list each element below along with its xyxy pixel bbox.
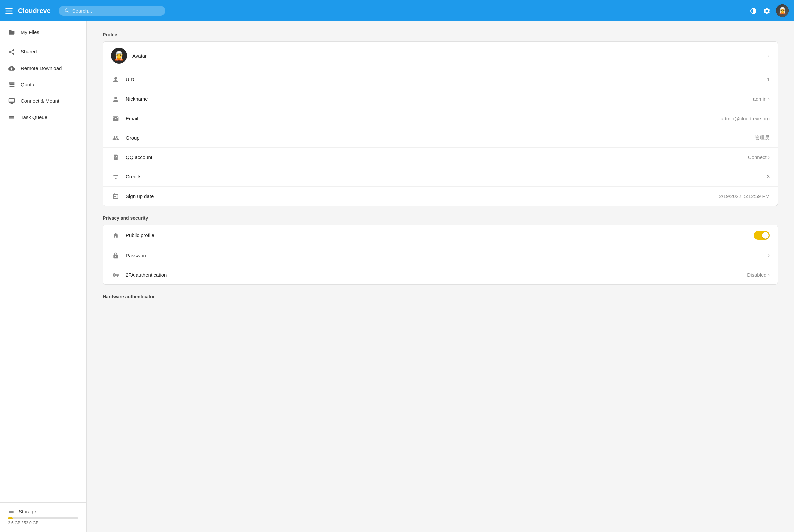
storage-icon [8, 81, 15, 88]
user-avatar[interactable]: 🧝 [776, 4, 789, 17]
public-profile-toggle[interactable] [754, 231, 770, 240]
profile-avatar-image: 🧝 [111, 48, 127, 64]
profile-section-title: Profile [103, 32, 778, 37]
sidebar-label-remote-download: Remote Download [21, 65, 62, 71]
menu-icon[interactable] [5, 6, 13, 15]
privacy-card: Public profile Password › [103, 225, 778, 285]
signup-value: 2/19/2022, 5:12:59 PM [719, 193, 770, 199]
profile-row-email: Email admin@cloudreve.org [103, 109, 778, 128]
sidebar: My Files Shared Remote Download Quot [0, 21, 87, 532]
list-icon [8, 114, 15, 121]
email-value: admin@cloudreve.org [721, 116, 770, 121]
sidebar-label-quota: Quota [21, 82, 34, 87]
settings-icon[interactable] [763, 6, 771, 15]
nickname-label: Nickname [126, 96, 748, 102]
storage-bar [8, 517, 13, 519]
svg-rect-0 [5, 8, 13, 10]
group-icon [111, 134, 120, 141]
email-icon [111, 115, 120, 122]
profile-row-signup: Sign up date 2/19/2022, 5:12:59 PM [103, 187, 778, 206]
folder-icon [8, 28, 15, 36]
sidebar-label-shared: Shared [21, 49, 37, 54]
home-icon [111, 232, 120, 239]
sidebar-storage: Storage 3.6 GB / 53.0 GB [0, 502, 86, 532]
toggle-knob [762, 232, 769, 239]
profile-row-qq[interactable]: QQ account Connect › [103, 148, 778, 167]
search-input[interactable] [72, 8, 159, 14]
key-icon [111, 271, 120, 278]
sidebar-nav: My Files Shared Remote Download Quot [0, 21, 86, 502]
sidebar-item-quota[interactable]: Quota [0, 76, 86, 93]
cloud-download-icon [8, 65, 15, 72]
desktop-icon [8, 97, 15, 104]
layout: My Files Shared Remote Download Quot [0, 21, 794, 532]
2fa-label: 2FA authentication [126, 272, 742, 278]
main-content: Profile 🧝 Avatar › UID 1 Nick [87, 21, 794, 532]
sidebar-item-shared[interactable]: Shared [0, 43, 86, 60]
privacy-row-password[interactable]: Password › [103, 246, 778, 265]
profile-row-uid: UID 1 [103, 70, 778, 89]
profile-row-credits: Credits 3 [103, 167, 778, 186]
privacy-row-2fa[interactable]: 2FA authentication Disabled › [103, 265, 778, 284]
qq-value[interactable]: Connect › [748, 154, 770, 160]
header-actions: 🧝 [749, 4, 789, 17]
nickname-chevron-icon: › [768, 96, 770, 102]
sidebar-item-my-files[interactable]: My Files [0, 24, 86, 40]
sidebar-divider-1 [0, 42, 86, 42]
qq-icon [111, 154, 120, 161]
uid-value: 1 [767, 77, 770, 82]
group-label: Group [126, 135, 749, 141]
app-logo: Cloudreve [18, 7, 51, 15]
nickname-icon [111, 95, 120, 102]
credits-icon [111, 173, 120, 180]
privacy-row-public-profile[interactable]: Public profile [103, 225, 778, 246]
storage-bottom-icon [8, 508, 15, 515]
calendar-icon [111, 193, 120, 200]
credits-label: Credits [126, 174, 762, 179]
share-icon [8, 48, 15, 55]
profile-row-group: Group 管理员 [103, 128, 778, 148]
group-value: 管理员 [755, 135, 770, 141]
sidebar-item-remote-download[interactable]: Remote Download [0, 60, 86, 76]
storage-text: 3.6 GB / 53.0 GB [8, 521, 78, 525]
public-profile-label: Public profile [126, 232, 748, 238]
sidebar-label-my-files: My Files [21, 29, 39, 35]
storage-title: Storage [19, 509, 36, 514]
password-label: Password [126, 253, 763, 258]
search-icon [65, 8, 70, 13]
signup-label: Sign up date [126, 193, 714, 199]
profile-avatar-label: Avatar [132, 53, 763, 59]
nickname-value[interactable]: admin › [753, 96, 770, 102]
toggle-switch[interactable] [754, 231, 770, 240]
profile-row-nickname[interactable]: Nickname admin › [103, 89, 778, 109]
uid-label: UID [126, 77, 762, 82]
credits-value: 3 [767, 174, 770, 179]
svg-rect-1 [5, 11, 13, 12]
qq-label: QQ account [126, 154, 743, 160]
profile-row-avatar[interactable]: 🧝 Avatar › [103, 42, 778, 70]
theme-toggle-icon[interactable] [749, 6, 757, 15]
email-label: Email [126, 116, 715, 121]
svg-line-4 [68, 11, 69, 13]
sidebar-label-connect-mount: Connect & Mount [21, 98, 59, 104]
sidebar-item-connect-mount[interactable]: Connect & Mount [0, 93, 86, 109]
svg-rect-2 [5, 13, 13, 14]
qq-chevron-icon: › [768, 154, 770, 160]
avatar-image: 🧝 [776, 4, 789, 17]
sidebar-label-task-queue: Task Queue [21, 114, 47, 120]
privacy-section-title: Privacy and security [103, 215, 778, 221]
lock-icon [111, 252, 120, 259]
profile-card: 🧝 Avatar › UID 1 Nickname admin [103, 41, 778, 206]
search-bar[interactable] [59, 6, 165, 16]
password-chevron-icon: › [768, 252, 770, 258]
2fa-chevron-icon: › [768, 272, 770, 278]
avatar-chevron-icon: › [768, 53, 770, 59]
2fa-value[interactable]: Disabled › [747, 272, 770, 278]
uid-icon [111, 76, 120, 83]
header: Cloudreve 🧝 [0, 0, 794, 21]
sidebar-item-task-queue[interactable]: Task Queue [0, 109, 86, 125]
storage-bar-wrap [8, 517, 78, 519]
hardware-section-title: Hardware authenticator [103, 294, 778, 299]
